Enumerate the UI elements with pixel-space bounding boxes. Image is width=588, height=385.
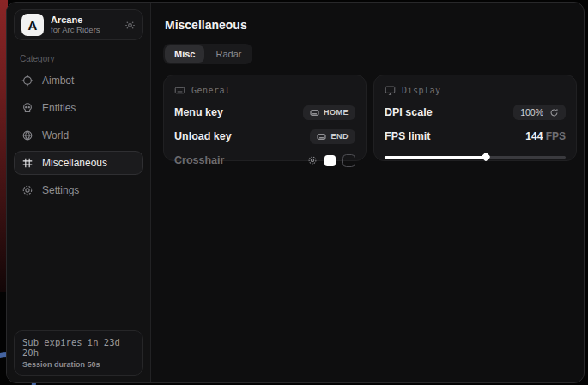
keyboard-icon bbox=[174, 85, 185, 96]
fps-limit-slider[interactable] bbox=[385, 153, 566, 161]
slider-thumb[interactable] bbox=[481, 152, 490, 161]
sidebar-item-label: Entities bbox=[42, 102, 76, 114]
panels-row: General Menu key HOME Unload key bbox=[163, 75, 577, 161]
sidebar-item-settings[interactable]: Settings bbox=[14, 178, 143, 202]
general-panel-header: General bbox=[174, 85, 355, 96]
sub-expires-text: Sub expires in 23d 20h bbox=[22, 337, 135, 358]
unload-key-bind-button[interactable]: END bbox=[310, 129, 355, 144]
monitor-icon bbox=[385, 85, 396, 96]
unload-key-label: Unload key bbox=[174, 130, 232, 142]
crosshair-controls bbox=[307, 154, 355, 167]
crosshair-row: Crosshair bbox=[174, 153, 355, 168]
category-label: Category bbox=[20, 54, 143, 63]
tab-bar: Misc Radar bbox=[163, 44, 252, 64]
fps-limit-value: 144 FPS bbox=[525, 130, 566, 142]
display-panel-title: Display bbox=[402, 86, 441, 95]
sidebar: A Arcane for Arc Riders Category Aimbot bbox=[7, 3, 151, 382]
keyboard-icon bbox=[310, 108, 319, 117]
keyboard-icon bbox=[317, 132, 326, 141]
reset-icon[interactable] bbox=[549, 108, 559, 117]
sidebar-item-aimbot[interactable]: Aimbot bbox=[14, 69, 143, 93]
general-panel-title: General bbox=[191, 86, 231, 95]
tab-misc[interactable]: Misc bbox=[165, 45, 204, 63]
app-window: A Arcane for Arc Riders Category Aimbot bbox=[6, 2, 585, 383]
sidebar-item-label: Settings bbox=[42, 184, 79, 196]
gear-icon bbox=[21, 184, 33, 196]
crosshair-settings-gear-icon[interactable] bbox=[307, 155, 318, 165]
unload-key-row: Unload key END bbox=[174, 129, 355, 144]
session-duration-text: Session duration 50s bbox=[22, 360, 135, 369]
brand-card[interactable]: A Arcane for Arc Riders bbox=[14, 9, 143, 40]
crosshair-checkbox[interactable] bbox=[342, 154, 355, 167]
menu-key-row: Menu key HOME bbox=[174, 105, 355, 120]
gear-icon[interactable] bbox=[124, 20, 136, 31]
globe-icon bbox=[21, 129, 33, 141]
dpi-scale-row: DPI scale 100% bbox=[385, 105, 566, 120]
menu-key-label: Menu key bbox=[174, 106, 223, 118]
sidebar-item-world[interactable]: World bbox=[14, 123, 143, 147]
fps-unit: FPS bbox=[543, 130, 566, 142]
dpi-scale-label: DPI scale bbox=[385, 106, 433, 118]
crosshair-icon bbox=[21, 75, 33, 87]
skull-icon bbox=[21, 102, 33, 114]
general-panel: General Menu key HOME Unload key bbox=[163, 75, 367, 161]
crosshair-label: Crosshair bbox=[174, 154, 224, 166]
display-panel-header: Display bbox=[385, 85, 566, 96]
sidebar-item-entities[interactable]: Entities bbox=[14, 96, 143, 120]
brand-name: Arcane bbox=[51, 15, 118, 26]
dpi-scale-value: 100% bbox=[520, 107, 543, 117]
display-panel: Display DPI scale 100% bbox=[373, 75, 577, 161]
grid-icon bbox=[21, 157, 33, 169]
fps-limit-label: FPS limit bbox=[385, 130, 430, 142]
menu-key-value: HOME bbox=[324, 108, 349, 117]
unload-key-value: END bbox=[330, 132, 349, 141]
brand-subtitle: for Arc Riders bbox=[51, 26, 118, 35]
sidebar-item-label: World bbox=[42, 129, 69, 141]
sidebar-item-label: Aimbot bbox=[42, 75, 74, 87]
menu-key-bind-button[interactable]: HOME bbox=[303, 105, 355, 120]
page-title: Miscellaneous bbox=[165, 18, 577, 32]
fps-limit-row: FPS limit 144 FPS bbox=[385, 129, 566, 144]
slider-fill bbox=[385, 156, 486, 159]
crosshair-color-swatch[interactable] bbox=[324, 155, 336, 166]
sidebar-item-miscellaneous[interactable]: Miscellaneous bbox=[14, 151, 143, 175]
dpi-scale-control[interactable]: 100% bbox=[513, 105, 566, 120]
tab-radar[interactable]: Radar bbox=[206, 45, 251, 63]
brand-text: Arcane for Arc Riders bbox=[51, 15, 118, 35]
subscription-card: Sub expires in 23d 20h Session duration … bbox=[14, 330, 143, 376]
brand-logo: A bbox=[21, 14, 44, 36]
sidebar-item-label: Miscellaneous bbox=[42, 157, 107, 169]
main-content: Miscellaneous Misc Radar General bbox=[151, 3, 585, 382]
